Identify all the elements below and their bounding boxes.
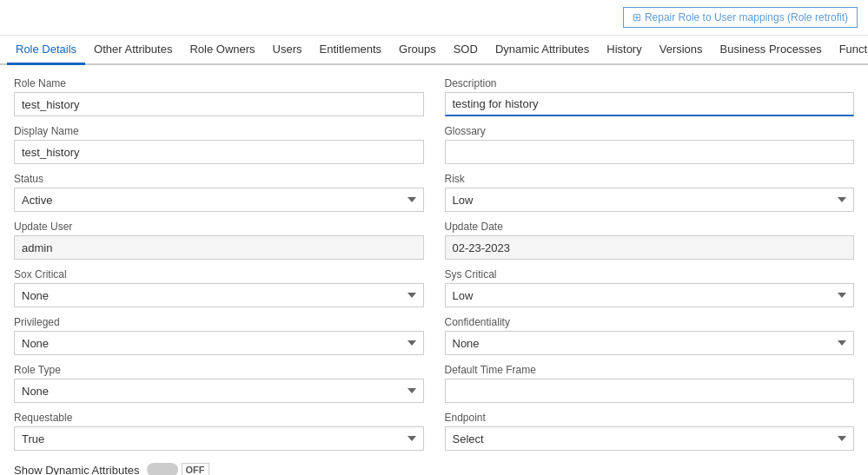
role-name-label: Role Name xyxy=(14,77,424,89)
tab-business-processes[interactable]: Business Processes xyxy=(712,36,831,65)
sys-critical-select[interactable]: Low Medium High xyxy=(445,283,855,307)
endpoint-group: Endpoint Select xyxy=(445,412,855,451)
tab-versions[interactable]: Versions xyxy=(651,36,712,65)
empty-space xyxy=(445,459,855,475)
privileged-group: Privileged None Yes No xyxy=(14,316,424,355)
top-bar: ⊞ Repair Role to User mappings (Role ret… xyxy=(0,0,868,36)
description-input[interactable] xyxy=(445,92,855,116)
description-group: Description xyxy=(445,77,855,116)
role-type-label: Role Type xyxy=(14,364,424,376)
tab-other-attributes[interactable]: Other Attributes xyxy=(85,36,181,65)
update-user-value: admin xyxy=(14,235,424,260)
privileged-select[interactable]: None Yes No xyxy=(14,331,424,355)
tab-groups[interactable]: Groups xyxy=(390,36,445,65)
repair-button[interactable]: ⊞ Repair Role to User mappings (Role ret… xyxy=(623,7,858,28)
toggle-row: Show Dynamic Attributes OFF xyxy=(14,463,424,475)
toggle-off-label: OFF xyxy=(182,463,209,475)
update-user-group: Update User admin xyxy=(14,221,424,260)
tab-role-details[interactable]: Role Details xyxy=(7,36,85,65)
default-time-frame-label: Default Time Frame xyxy=(445,364,855,376)
status-group: Status Active Inactive xyxy=(14,173,424,212)
risk-select[interactable]: Low Medium High xyxy=(445,188,855,212)
requestable-group: Requestable True False xyxy=(14,412,424,451)
sox-critical-select[interactable]: None Yes No xyxy=(14,283,424,307)
sox-critical-label: Sox Critical xyxy=(14,268,424,280)
requestable-label: Requestable xyxy=(14,412,424,424)
default-time-frame-input[interactable] xyxy=(445,379,855,403)
main-content: Role Name Description Display Name Gloss… xyxy=(0,65,868,475)
tab-entitlements[interactable]: Entitlements xyxy=(311,36,391,65)
update-date-label: Update Date xyxy=(445,221,855,233)
tab-history[interactable]: History xyxy=(598,36,650,65)
glossary-input[interactable] xyxy=(445,140,855,164)
tab-sod[interactable]: SOD xyxy=(445,36,487,65)
sox-critical-group: Sox Critical None Yes No xyxy=(14,268,424,307)
display-name-input[interactable] xyxy=(14,140,424,164)
tab-dynamic-attributes[interactable]: Dynamic Attributes xyxy=(487,36,598,65)
tab-bar: Role Details Other Attributes Role Owner… xyxy=(0,36,868,65)
update-date-value: 02-23-2023 xyxy=(445,235,855,260)
toggle-track[interactable] xyxy=(147,463,178,475)
repair-icon: ⊞ xyxy=(633,11,641,23)
risk-label: Risk xyxy=(445,173,855,185)
role-name-group: Role Name xyxy=(14,77,424,116)
tab-functions[interactable]: Functions xyxy=(831,36,868,65)
tab-users[interactable]: Users xyxy=(264,36,311,65)
endpoint-label: Endpoint xyxy=(445,412,855,424)
confidentiality-select[interactable]: None xyxy=(445,331,855,355)
role-type-group: Role Type None xyxy=(14,364,424,403)
default-time-frame-group: Default Time Frame xyxy=(445,364,855,403)
update-user-label: Update User xyxy=(14,221,424,233)
toggle-switch[interactable]: OFF xyxy=(147,463,209,475)
show-dynamic-label: Show Dynamic Attributes xyxy=(14,464,140,476)
role-name-input[interactable] xyxy=(14,92,424,116)
status-label: Status xyxy=(14,173,424,185)
endpoint-select[interactable]: Select xyxy=(445,426,855,451)
repair-button-label: Repair Role to User mappings (Role retro… xyxy=(645,11,848,23)
sys-critical-label: Sys Critical xyxy=(445,268,855,280)
tab-role-owners[interactable]: Role Owners xyxy=(181,36,263,65)
risk-group: Risk Low Medium High xyxy=(445,173,855,212)
glossary-label: Glossary xyxy=(445,125,855,137)
glossary-group: Glossary xyxy=(445,125,855,164)
confidentiality-group: Confidentiality None xyxy=(445,316,855,355)
display-name-label: Display Name xyxy=(14,125,424,137)
status-select[interactable]: Active Inactive xyxy=(14,188,424,212)
requestable-select[interactable]: True False xyxy=(14,426,424,451)
privileged-label: Privileged xyxy=(14,316,424,328)
show-dynamic-group: Show Dynamic Attributes OFF xyxy=(14,459,424,475)
display-name-group: Display Name xyxy=(14,125,424,164)
description-label: Description xyxy=(445,77,855,89)
form-grid: Role Name Description Display Name Gloss… xyxy=(14,77,854,475)
update-date-group: Update Date 02-23-2023 xyxy=(445,221,855,260)
confidentiality-label: Confidentiality xyxy=(445,316,855,328)
role-type-select[interactable]: None xyxy=(14,379,424,403)
sys-critical-group: Sys Critical Low Medium High xyxy=(445,268,855,307)
